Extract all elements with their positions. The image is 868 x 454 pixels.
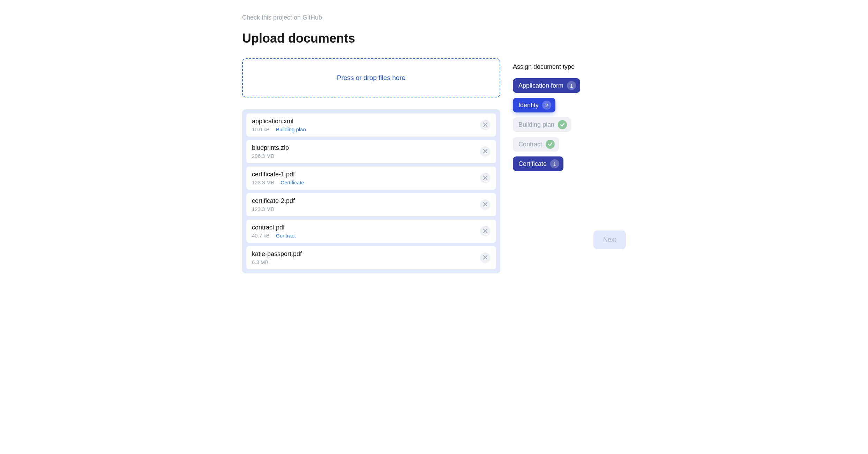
type-chip[interactable]: Identity2	[513, 98, 555, 112]
file-meta: 206.3 MB	[252, 153, 289, 159]
next-button[interactable]: Next	[593, 230, 626, 249]
chip-count-badge: 1	[567, 81, 576, 90]
chip-label: Identity	[518, 102, 539, 109]
file-name: application.xml	[252, 118, 306, 125]
file-size: 206.3 MB	[252, 153, 274, 159]
file-list: application.xml10.0 kBBuilding planbluep…	[242, 109, 500, 273]
chip-label: Building plan	[518, 121, 554, 129]
close-icon	[483, 255, 487, 261]
file-remove-button[interactable]	[480, 120, 491, 130]
file-info: certificate-2.pdf123.3 MB	[252, 197, 295, 212]
dropzone-text: Press or drop files here	[337, 74, 405, 82]
file-item[interactable]: certificate-2.pdf123.3 MB	[246, 193, 496, 216]
file-size: 40.7 kB	[252, 233, 270, 239]
github-note: Check this project on GitHub	[242, 14, 626, 21]
close-icon	[483, 149, 487, 154]
file-name: blueprints.zip	[252, 144, 289, 152]
page-title: Upload documents	[242, 31, 626, 46]
type-chip[interactable]: Application form1	[513, 78, 580, 93]
file-name: contract.pdf	[252, 224, 296, 231]
file-info: katie-passport.pdf6.3 MB	[252, 250, 302, 265]
file-remove-button[interactable]	[480, 226, 491, 236]
file-meta: 123.3 MB	[252, 206, 295, 212]
file-remove-button[interactable]	[480, 199, 491, 210]
type-chips: Application form1Identity2Building planC…	[513, 78, 626, 171]
file-tag: Building plan	[276, 126, 306, 132]
file-name: certificate-1.pdf	[252, 171, 304, 178]
github-link[interactable]: GitHub	[302, 14, 322, 21]
chip-label: Application form	[518, 82, 563, 89]
file-name: certificate-2.pdf	[252, 197, 295, 205]
file-size: 123.3 MB	[252, 206, 274, 212]
dropzone[interactable]: Press or drop files here	[242, 58, 500, 97]
check-icon	[558, 120, 567, 129]
file-info: certificate-1.pdf123.3 MBCertificate	[252, 171, 304, 185]
github-prefix: Check this project on	[242, 14, 302, 21]
file-item[interactable]: application.xml10.0 kBBuilding plan	[246, 114, 496, 137]
type-chip[interactable]: Building plan	[513, 117, 571, 132]
file-meta: 10.0 kBBuilding plan	[252, 126, 306, 132]
file-info: blueprints.zip206.3 MB	[252, 144, 289, 159]
file-item[interactable]: certificate-1.pdf123.3 MBCertificate	[246, 167, 496, 190]
file-info: application.xml10.0 kBBuilding plan	[252, 118, 306, 132]
chip-label: Certificate	[518, 160, 547, 168]
chip-label: Contract	[518, 141, 542, 148]
file-item[interactable]: contract.pdf40.7 kBContract	[246, 220, 496, 243]
file-meta: 40.7 kBContract	[252, 233, 296, 239]
close-icon	[483, 123, 487, 128]
file-info: contract.pdf40.7 kBContract	[252, 224, 296, 239]
chip-count-badge: 1	[550, 159, 559, 168]
file-meta: 123.3 MBCertificate	[252, 180, 304, 185]
file-remove-button[interactable]	[480, 146, 491, 157]
close-icon	[483, 176, 487, 181]
file-size: 6.3 MB	[252, 259, 269, 265]
file-remove-button[interactable]	[480, 173, 491, 183]
close-icon	[483, 229, 487, 234]
file-item[interactable]: katie-passport.pdf6.3 MB	[246, 246, 496, 269]
assign-label: Assign document type	[513, 63, 626, 71]
file-meta: 6.3 MB	[252, 259, 302, 265]
file-size: 123.3 MB	[252, 180, 274, 185]
type-chip[interactable]: Certificate1	[513, 156, 563, 171]
file-item[interactable]: blueprints.zip206.3 MB	[246, 140, 496, 163]
close-icon	[483, 202, 487, 207]
type-chip[interactable]: Contract	[513, 137, 559, 152]
file-name: katie-passport.pdf	[252, 250, 302, 258]
file-size: 10.0 kB	[252, 126, 270, 132]
chip-count-badge: 2	[542, 101, 551, 110]
file-tag: Certificate	[280, 180, 304, 185]
file-remove-button[interactable]	[480, 252, 491, 263]
check-icon	[546, 140, 555, 149]
file-tag: Contract	[276, 233, 296, 239]
